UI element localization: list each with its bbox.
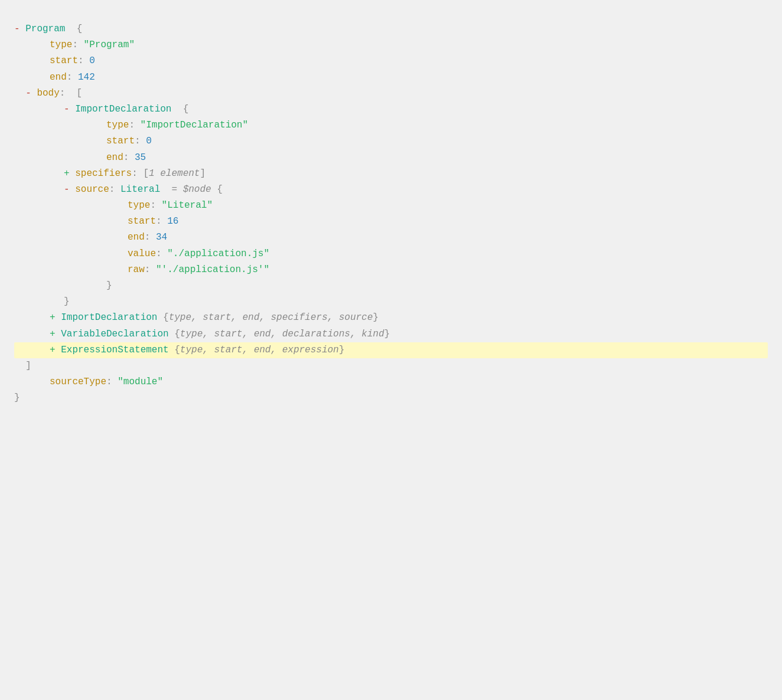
line-close-body: ] [14,358,768,374]
line-end-34: end: 34 [14,230,768,246]
line-body: - body: [ [14,86,768,102]
line-close-program: } [14,390,768,406]
line-source-type: sourceType: "module" [14,374,768,390]
line-var-decl: + VariableDeclaration {type, start, end,… [14,326,768,342]
ast-viewer: - Program {type: "Program"start: 0end: 1… [0,12,782,700]
line-end-35: end: 35 [14,150,768,166]
line-import-decl: - ImportDeclaration { [14,102,768,117]
line-start-0: start: 0 [14,53,768,69]
line-specifiers: + specifiers: [1 element] [14,166,768,182]
line-import2: + ImportDeclaration {type, start, end, s… [14,310,768,326]
line-start-16: start: 16 [14,214,768,230]
line-expr-stmt: + ExpressionStatement {type, start, end,… [14,342,768,358]
line-value: value: "./application.js" [14,246,768,262]
line-type-program: type: "Program" [14,37,768,53]
line-type-import: type: "ImportDeclaration" [14,117,768,133]
line-type-literal: type: "Literal" [14,198,768,214]
line-end-142: end: 142 [14,70,768,86]
line-close-import: } [14,294,768,310]
line-program: - Program { [14,21,768,37]
line-start-0-inner: start: 0 [14,133,768,149]
line-source: - source: Literal = $node { [14,182,768,198]
line-close-source: } [14,278,768,294]
line-raw: raw: "'./application.js'" [14,262,768,278]
